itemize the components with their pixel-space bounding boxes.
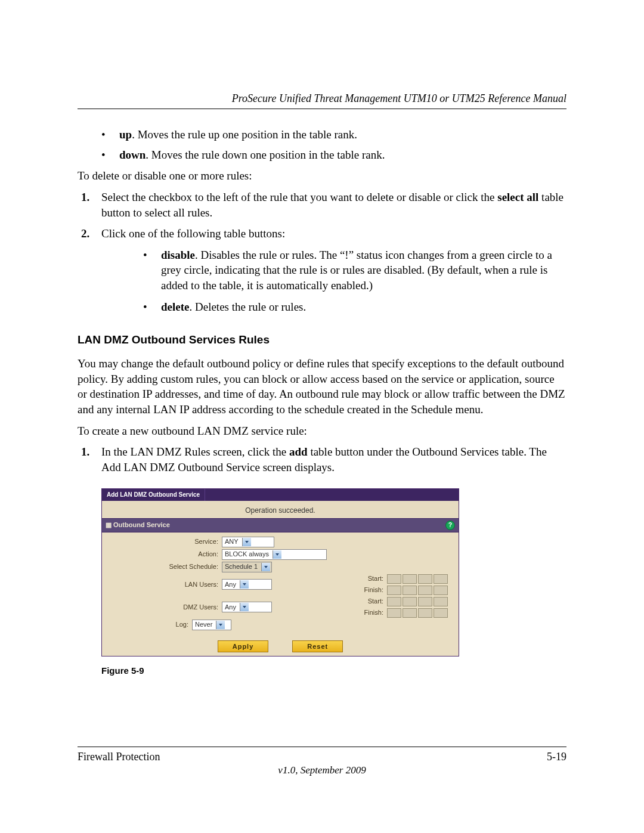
ip-octet[interactable] bbox=[387, 608, 401, 618]
lan-start-line: Start: bbox=[358, 574, 448, 584]
dmz-start-ip bbox=[387, 597, 448, 606]
step-a2-num: 2. bbox=[81, 226, 89, 241]
lan-ip-col: Start: Finish: bbox=[358, 574, 453, 595]
chevron-down-icon bbox=[240, 580, 249, 589]
button-bar: Apply Reset bbox=[102, 637, 459, 656]
row-dmz-users: DMZ Users: Any Start: bbox=[108, 597, 453, 618]
apply-button[interactable]: Apply bbox=[218, 640, 269, 652]
ip-octet[interactable] bbox=[418, 608, 432, 618]
select-dmz-users[interactable]: Any bbox=[222, 602, 272, 612]
footer-right: 5-19 bbox=[547, 751, 566, 763]
app-panel: Add LAN DMZ Outbound Service Operation s… bbox=[101, 488, 459, 657]
dmz-start-line: Start: bbox=[358, 597, 448, 606]
page-footer: Firewall Protection 5-19 v1.0, September… bbox=[78, 747, 566, 776]
select-log-value: Never bbox=[195, 620, 216, 629]
body-text: up. Moves the rule up one position in th… bbox=[78, 127, 566, 677]
step-b1-pre: In the LAN DMZ Rules screen, click the bbox=[101, 445, 289, 458]
ip-octet[interactable] bbox=[387, 574, 401, 584]
outbound-service-title: ▦ Outbound Service bbox=[106, 521, 170, 529]
select-schedule-value: Schedule 1 bbox=[225, 562, 261, 571]
chevron-down-icon bbox=[216, 621, 225, 629]
ip-octet[interactable] bbox=[402, 597, 417, 606]
sub-disable-text: . Disables the rule or rules. The “!” st… bbox=[161, 249, 552, 292]
sub-bullet-list: disable. Disables the rule or rules. The… bbox=[101, 247, 566, 315]
select-schedule[interactable]: Schedule 1 bbox=[222, 562, 272, 572]
header-rule bbox=[78, 109, 566, 109]
ip-octet[interactable] bbox=[434, 574, 448, 584]
step-b1: 1. In the LAN DMZ Rules screen, click th… bbox=[78, 444, 566, 475]
tab-add-lan-dmz-outbound[interactable]: Add LAN DMZ Outbound Service bbox=[102, 489, 205, 501]
label-schedule: Select Schedule: bbox=[108, 562, 222, 571]
row-lan-users: LAN Users: Any Start: bbox=[108, 574, 453, 595]
select-action-value: BLOCK always bbox=[225, 550, 273, 559]
select-lan-users[interactable]: Any bbox=[222, 579, 272, 590]
reset-button[interactable]: Reset bbox=[292, 640, 343, 652]
step-a1-num: 1. bbox=[81, 190, 89, 205]
ip-octet[interactable] bbox=[387, 586, 401, 595]
status-line: Operation succeeded. bbox=[102, 501, 459, 518]
label-dmz-start: Start: bbox=[358, 597, 383, 606]
ip-octet[interactable] bbox=[434, 597, 448, 606]
step-a2: 2. Click one of the following table butt… bbox=[78, 226, 566, 314]
step-b1-num: 1. bbox=[81, 444, 89, 460]
dmz-finish-line: Finish: bbox=[358, 608, 448, 618]
ip-octet[interactable] bbox=[434, 586, 448, 595]
dmz-ip-col: Start: Finish: bbox=[358, 597, 453, 618]
delete-intro: To delete or disable one or more rules: bbox=[78, 168, 566, 184]
section-heading: LAN DMZ Outbound Services Rules bbox=[78, 332, 566, 348]
ip-octet[interactable] bbox=[402, 586, 417, 595]
label-lan-finish: Finish: bbox=[358, 586, 383, 594]
form-area: Service: ANY Action: BLOCK alway bbox=[102, 532, 459, 637]
label-service: Service: bbox=[108, 537, 222, 546]
select-log[interactable]: Never bbox=[192, 620, 231, 630]
label-action: Action: bbox=[108, 550, 222, 559]
row-log: Log: Never bbox=[108, 620, 453, 630]
ip-octet[interactable] bbox=[418, 586, 432, 595]
app-tabbar: Add LAN DMZ Outbound Service bbox=[102, 489, 459, 501]
select-action[interactable]: BLOCK always bbox=[222, 549, 327, 560]
footer-rule bbox=[78, 747, 566, 747]
create-intro: To create a new outbound LAN DMZ service… bbox=[78, 423, 566, 439]
figure-caption: Figure 5-9 bbox=[101, 665, 459, 677]
chevron-down-icon bbox=[242, 538, 251, 546]
term-up: up bbox=[119, 128, 132, 141]
figure-5-9: Add LAN DMZ Outbound Service Operation s… bbox=[101, 488, 459, 677]
row-action: Action: BLOCK always bbox=[108, 549, 453, 560]
step-a1: 1. Select the checkbox to the left of th… bbox=[78, 190, 566, 220]
bullet-down: down. Moves the rule down one position i… bbox=[78, 147, 566, 163]
numbered-list-b: 1. In the LAN DMZ Rules screen, click th… bbox=[78, 444, 566, 475]
label-log: Log: bbox=[108, 620, 192, 629]
select-service-value: ANY bbox=[225, 537, 242, 546]
help-icon[interactable]: ? bbox=[445, 521, 455, 530]
step-a1-bold: select all bbox=[497, 191, 538, 203]
dmz-finish-ip bbox=[387, 608, 448, 618]
text-down: . Moves the rule down one position in th… bbox=[145, 148, 385, 161]
running-header: ProSecure Unified Threat Management UTM1… bbox=[78, 92, 566, 105]
sub-delete-term: delete bbox=[161, 301, 189, 313]
footer-version: v1.0, September 2009 bbox=[78, 764, 566, 776]
chevron-down-icon bbox=[273, 550, 281, 559]
select-service[interactable]: ANY bbox=[222, 537, 274, 547]
ip-octet[interactable] bbox=[418, 597, 432, 606]
lan-start-ip bbox=[387, 574, 448, 584]
ip-octet[interactable] bbox=[402, 608, 417, 618]
ip-octet[interactable] bbox=[402, 574, 417, 584]
row-service: Service: ANY bbox=[108, 537, 453, 547]
outbound-service-bar: ▦ Outbound Service ? bbox=[102, 518, 459, 532]
bullet-list-top: up. Moves the rule up one position in th… bbox=[78, 127, 566, 162]
label-lan-start: Start: bbox=[358, 574, 383, 583]
bullet-up: up. Moves the rule up one position in th… bbox=[78, 127, 566, 143]
step-a1-pre: Select the checkbox to the left of the r… bbox=[101, 191, 497, 203]
sub-delete-text: . Deletes the rule or rules. bbox=[189, 301, 306, 313]
ip-octet[interactable] bbox=[434, 608, 448, 618]
step-b1-bold: add bbox=[289, 445, 308, 458]
chevron-down-icon bbox=[240, 603, 249, 611]
ip-octet[interactable] bbox=[387, 597, 401, 606]
section-para: You may change the default outbound poli… bbox=[78, 356, 566, 417]
lan-finish-ip bbox=[387, 586, 448, 595]
label-dmz-finish: Finish: bbox=[358, 608, 383, 617]
label-lan-users: LAN Users: bbox=[108, 580, 222, 589]
ip-octet[interactable] bbox=[418, 574, 432, 584]
term-down: down bbox=[119, 148, 145, 161]
manual-page: ProSecure Unified Threat Management UTM1… bbox=[0, 0, 644, 833]
